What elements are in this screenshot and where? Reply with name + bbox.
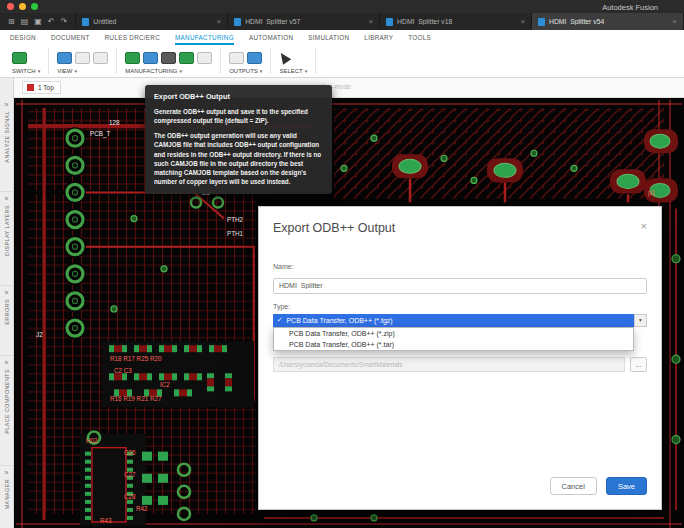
expand-panel-icon[interactable]: » <box>5 101 9 108</box>
panel-label: ERRORS <box>4 299 10 325</box>
app-title: Autodesk Fusion <box>602 3 658 12</box>
tool-group-switch[interactable]: SWITCH▾ <box>4 48 49 74</box>
type-option-tar[interactable]: PCB Data Transfer, ODB++ (*.tar) <box>274 339 633 350</box>
quick-access-toolbar: ⊞ ▤ ▣ ↶ ↷ <box>0 13 76 30</box>
tab-hdmi-splitter-v57[interactable]: HDMI_Splitter v57 × <box>228 13 380 30</box>
tab-label: HDMI_Splitter v57 <box>245 18 364 25</box>
film-icon[interactable] <box>161 52 176 64</box>
combo-arrow-button[interactable]: ▾ <box>634 314 647 327</box>
tool-group-select[interactable]: SELECT▾ <box>271 48 316 74</box>
view-grid-icon[interactable] <box>75 52 90 64</box>
expand-panel-icon[interactable]: » <box>5 195 9 202</box>
panel-manager[interactable]: » MANAGER <box>0 466 13 528</box>
browse-button[interactable]: ... <box>630 357 647 372</box>
redo-icon[interactable]: ↷ <box>61 18 68 26</box>
layer-name: 1 Top <box>38 84 54 91</box>
tab-close-icon[interactable]: × <box>672 17 677 26</box>
tab-close-icon[interactable]: × <box>217 17 222 26</box>
tab-close-icon[interactable]: × <box>368 17 373 26</box>
tool-group-outputs[interactable]: OUTPUTS▾ <box>221 48 271 74</box>
type-options-list: PCB Data Transfer, ODB++ (*.zip) PCB Dat… <box>273 327 634 351</box>
expand-panel-icon[interactable]: » <box>5 289 9 296</box>
dialog-close-icon[interactable]: × <box>641 221 647 232</box>
tooltip-title: Export ODB++ Output <box>154 92 323 101</box>
menu-rules-drc-erc[interactable]: RULES DRC/ERC <box>105 34 160 45</box>
panel-label: DISPLAY LAYERS <box>4 205 10 256</box>
layer-selector[interactable]: 1 Top <box>22 81 61 94</box>
tab-untitled[interactable]: Untitled × <box>76 13 228 30</box>
menu-library[interactable]: LIBRARY <box>364 34 393 45</box>
dialog-title: Export ODB++ Output <box>273 221 395 235</box>
name-input[interactable] <box>273 278 647 294</box>
minimize-window-button[interactable] <box>19 3 26 10</box>
type-option-zip[interactable]: PCB Data Transfer, ODB++ (*.zip) <box>274 328 633 339</box>
tool-group-manufacturing[interactable]: MANUFACTURING▾ <box>117 48 221 74</box>
export-doc-icon[interactable] <box>229 52 244 64</box>
document-icon <box>82 18 89 26</box>
expand-panel-icon[interactable]: » <box>5 469 9 476</box>
save-button[interactable]: Save <box>606 477 647 495</box>
tab-hdmi-splitter-v54[interactable]: HDMI_Splitter v54 × <box>532 13 684 30</box>
zoom-window-button[interactable] <box>31 3 38 10</box>
gerber-icon[interactable] <box>143 52 158 64</box>
chevron-down-icon: ▾ <box>180 68 183 74</box>
ribbon: DESIGN DOCUMENT RULES DRC/ERC MANUFACTUR… <box>0 30 684 78</box>
selected-type-option[interactable]: ✓ PCB Data Transfer, ODB++ (*.tgz) <box>273 314 634 327</box>
selected-type-label: PCB Data Transfer, ODB++ (*.tgz) <box>286 317 392 324</box>
panel-place-components[interactable]: » PLACE COMPONENTS <box>0 356 13 466</box>
grid-icon[interactable]: ⊞ <box>8 18 15 26</box>
expand-panel-icon[interactable]: » <box>5 359 9 366</box>
save-icon[interactable]: ▣ <box>34 18 42 26</box>
tool-group-label: SWITCH <box>12 68 36 74</box>
menu-document[interactable]: DOCUMENT <box>51 34 90 45</box>
odb-output-icon[interactable] <box>247 52 262 64</box>
tool-group-label: MANUFACTURING <box>125 68 177 74</box>
chevron-down-icon: ▾ <box>305 68 308 74</box>
tool-group-label: OUTPUTS <box>229 68 258 74</box>
chevron-down-icon: ▾ <box>75 68 78 74</box>
panel-display-layers[interactable]: » DISPLAY LAYERS <box>0 192 13 286</box>
ribbon-toolbar: SWITCH▾ VIEW▾ MANUFACTURING▾ <box>0 46 684 77</box>
titlebar: Autodesk Fusion <box>0 0 684 13</box>
tab-hdmi-splitter-v18[interactable]: HDMI_Splitter v18 × <box>380 13 532 30</box>
tab-label: HDMI_Splitter v18 <box>397 18 516 25</box>
type-combo-wrap: ✓ PCB Data Transfer, ODB++ (*.tgz) ▾ PCB… <box>273 314 647 327</box>
menu-manufacturing[interactable]: MANUFACTURING <box>175 34 234 45</box>
close-window-button[interactable] <box>7 3 14 10</box>
switch-board-icon[interactable] <box>12 52 27 64</box>
tooltip-paragraph: The ODB++ output generation will use any… <box>154 131 323 186</box>
document-icon <box>234 18 241 26</box>
view-layers-icon[interactable] <box>57 52 72 64</box>
panelize-icon[interactable] <box>197 52 212 64</box>
menu-automation[interactable]: AUTOMATION <box>249 34 293 45</box>
export-odb-dialog: Export ODB++ Output × Name: Type: ✓ PCB … <box>258 206 662 510</box>
panel-errors[interactable]: » ERRORS <box>0 286 13 356</box>
workspace-menu: DESIGN DOCUMENT RULES DRC/ERC MANUFACTUR… <box>0 30 684 46</box>
type-select[interactable]: ✓ PCB Data Transfer, ODB++ (*.tgz) ▾ <box>273 314 647 327</box>
cam-preview-icon[interactable] <box>125 52 140 64</box>
document-icon <box>386 18 393 26</box>
app-window: Autodesk Fusion ⊞ ▤ ▣ ↶ ↷ Untitled × HDM… <box>0 0 684 528</box>
cancel-button[interactable]: Cancel <box>550 477 597 495</box>
dialog-body: Name: Type: ✓ PCB Data Transfer, ODB++ (… <box>259 235 661 477</box>
panel-rail: » ANALYZE SIGNAL » DISPLAY LAYERS » ERRO… <box>0 78 14 528</box>
drill-icon[interactable] <box>179 52 194 64</box>
tool-group-view[interactable]: VIEW▾ <box>49 48 117 74</box>
document-icon <box>538 18 545 26</box>
menu-tools[interactable]: TOOLS <box>408 34 431 45</box>
file-menu-icon[interactable]: ▤ <box>21 18 29 26</box>
panel-analyze-signal[interactable]: » ANALYZE SIGNAL <box>0 98 13 192</box>
view-zoom-icon[interactable] <box>93 52 108 64</box>
dialog-footer: Cancel Save <box>259 477 661 509</box>
tool-group-label: VIEW <box>57 68 72 74</box>
undo-icon[interactable]: ↶ <box>48 18 55 26</box>
menu-design[interactable]: DESIGN <box>10 34 36 45</box>
output-path-field: /Users/yolanda/Documents/SmartMaterials <box>273 357 625 372</box>
menu-simulation[interactable]: SIMULATION <box>308 34 349 45</box>
tooltip-paragraph: Generate ODB++ output and save it to the… <box>154 107 323 125</box>
panel-label: ANALYZE SIGNAL <box>4 111 10 163</box>
tab-close-icon[interactable]: × <box>520 17 525 26</box>
check-icon: ✓ <box>277 316 282 324</box>
select-cursor-icon[interactable] <box>277 50 292 65</box>
tab-label: Untitled <box>93 18 212 25</box>
